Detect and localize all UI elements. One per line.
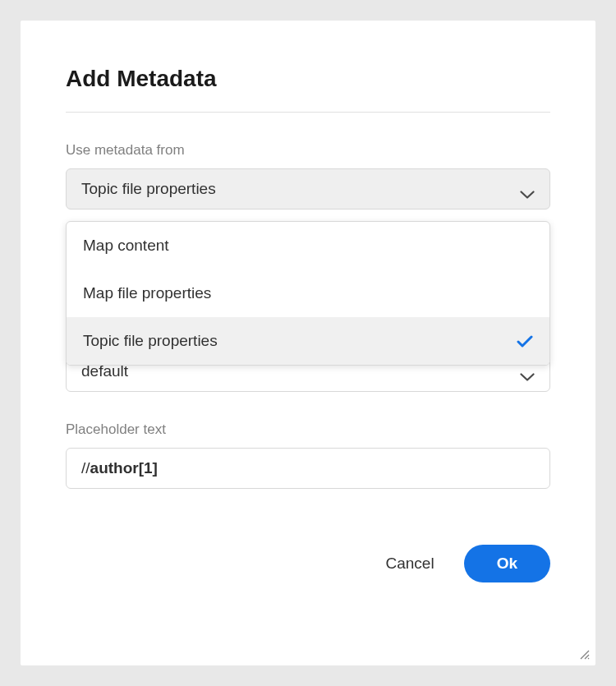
- cancel-button[interactable]: Cancel: [379, 546, 440, 581]
- dialog-title: Add Metadata: [66, 66, 550, 92]
- metadata-source-selected-value: Topic file properties: [81, 180, 216, 198]
- dropdown-option-label: Map content: [83, 237, 169, 255]
- svg-line-0: [581, 651, 589, 659]
- chevron-down-icon: [520, 185, 535, 193]
- svg-line-2: [588, 658, 589, 659]
- metadata-source-select-wrapper: Topic file properties Map content Map fi…: [66, 168, 550, 209]
- chevron-down-icon: [520, 367, 535, 375]
- add-metadata-dialog: Add Metadata Use metadata from Topic fil…: [21, 21, 595, 665]
- placeholder-text-label: Placeholder text: [66, 421, 550, 438]
- metadata-source-label: Use metadata from: [66, 142, 550, 159]
- resize-handle[interactable]: [579, 649, 591, 661]
- dropdown-option-map-file-properties[interactable]: Map file properties: [67, 269, 549, 317]
- dropdown-option-topic-file-properties[interactable]: Topic file properties: [67, 317, 549, 365]
- metadata-source-select[interactable]: Topic file properties: [66, 168, 550, 209]
- dropdown-option-label: Map file properties: [83, 284, 211, 302]
- placeholder-text-input[interactable]: //author[1]: [66, 448, 550, 489]
- check-icon: [517, 334, 533, 348]
- dropdown-option-map-content[interactable]: Map content: [67, 222, 549, 269]
- button-row: Cancel Ok: [66, 545, 550, 582]
- metadata-source-dropdown: Map content Map file properties Topic fi…: [66, 221, 550, 366]
- dropdown-option-label: Topic file properties: [83, 332, 218, 350]
- ok-button[interactable]: Ok: [464, 545, 550, 582]
- placeholder-text-value: //author[1]: [81, 449, 535, 488]
- divider: [66, 112, 550, 113]
